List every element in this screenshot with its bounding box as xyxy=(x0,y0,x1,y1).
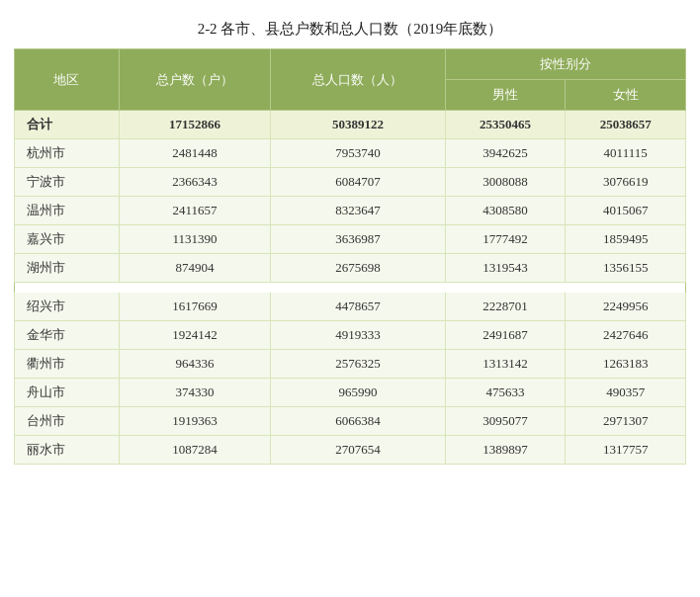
cell-region: 嘉兴市 xyxy=(15,225,120,254)
table-row: 丽水市 1087284 2707654 1389897 1317757 xyxy=(15,435,686,464)
cell-population: 6066384 xyxy=(271,406,445,435)
cell-household: 2366343 xyxy=(119,168,270,197)
cell-female: 2427646 xyxy=(566,320,686,349)
cell-female: 4015067 xyxy=(566,197,686,225)
cell-population: 2675698 xyxy=(271,254,445,283)
table-row: 湖州市 874904 2675698 1319543 1356155 xyxy=(15,254,686,283)
cell-female: 1263183 xyxy=(566,349,686,378)
cell-population: 4919333 xyxy=(271,320,445,349)
cell-male: 1319543 xyxy=(445,254,566,283)
cell-region: 衢州市 xyxy=(15,349,120,378)
table-row: 绍兴市 1617669 4478657 2228701 2249956 xyxy=(15,293,686,321)
cell-male: 1777492 xyxy=(445,225,566,254)
table-row: 台州市 1919363 6066384 3095077 2971307 xyxy=(15,406,686,435)
subtotal-household: 17152866 xyxy=(119,111,270,139)
cell-female: 490357 xyxy=(566,378,686,406)
cell-region: 杭州市 xyxy=(15,139,120,168)
subtotal-female: 25038657 xyxy=(566,111,686,139)
cell-household: 1919363 xyxy=(119,406,270,435)
cell-region: 湖州市 xyxy=(15,254,120,283)
cell-female: 1317757 xyxy=(566,435,686,464)
cell-household: 874904 xyxy=(119,254,270,283)
subtotal-population: 50389122 xyxy=(271,111,445,139)
cell-region: 宁波市 xyxy=(15,168,120,197)
cell-male: 3008088 xyxy=(445,168,566,197)
cell-female: 2249956 xyxy=(566,293,686,321)
group-spacer xyxy=(15,283,686,293)
table-row: 金华市 1924142 4919333 2491687 2427646 xyxy=(15,320,686,349)
cell-male: 2228701 xyxy=(445,293,566,321)
cell-population: 8323647 xyxy=(271,197,445,225)
subtotal-male: 25350465 xyxy=(445,111,566,139)
cell-population: 7953740 xyxy=(271,139,445,168)
cell-female: 3076619 xyxy=(566,168,686,197)
cell-household: 1617669 xyxy=(119,293,270,321)
cell-region: 绍兴市 xyxy=(15,293,120,321)
table-row: 嘉兴市 1131390 3636987 1777492 1859495 xyxy=(15,225,686,254)
cell-female: 2971307 xyxy=(566,406,686,435)
cell-household: 1087284 xyxy=(119,435,270,464)
cell-household: 2411657 xyxy=(119,197,270,225)
col-header-region: 地区 xyxy=(15,49,120,111)
cell-female: 1356155 xyxy=(566,254,686,283)
table-row: 衢州市 964336 2576325 1313142 1263183 xyxy=(15,349,686,378)
cell-male: 2491687 xyxy=(445,320,566,349)
cell-region: 丽水市 xyxy=(15,435,120,464)
col-header-household: 总户数（户） xyxy=(119,49,270,111)
table-row: 杭州市 2481448 7953740 3942625 4011115 xyxy=(15,139,686,168)
cell-population: 3636987 xyxy=(271,225,445,254)
cell-household: 2481448 xyxy=(119,139,270,168)
cell-region: 金华市 xyxy=(15,320,120,349)
col-header-gender: 按性别分 xyxy=(445,49,685,80)
cell-male: 475633 xyxy=(445,378,566,406)
cell-male: 1313142 xyxy=(445,349,566,378)
cell-female: 4011115 xyxy=(566,139,686,168)
cell-region: 台州市 xyxy=(15,406,120,435)
subtotal-row: 合计 17152866 50389122 25350465 25038657 xyxy=(15,111,686,139)
cell-population: 2576325 xyxy=(271,349,445,378)
table-row: 宁波市 2366343 6084707 3008088 3076619 xyxy=(15,168,686,197)
main-container: 2-2 各市、县总户数和总人口数（2019年底数） 地区 总户数（户） 总人口数… xyxy=(14,20,686,465)
cell-region: 舟山市 xyxy=(15,378,120,406)
cell-population: 2707654 xyxy=(271,435,445,464)
table-title: 2-2 各市、县总户数和总人口数（2019年底数） xyxy=(14,20,686,39)
table-row: 温州市 2411657 8323647 4308580 4015067 xyxy=(15,197,686,225)
cell-household: 1924142 xyxy=(119,320,270,349)
cell-female: 1859495 xyxy=(566,225,686,254)
col-header-male: 男性 xyxy=(445,80,566,111)
data-table: 地区 总户数（户） 总人口数（人） 按性别分 男性 女性 合计 17152866… xyxy=(14,48,686,465)
cell-male: 1389897 xyxy=(445,435,566,464)
col-header-population: 总人口数（人） xyxy=(271,49,445,111)
cell-household: 374330 xyxy=(119,378,270,406)
cell-population: 4478657 xyxy=(271,293,445,321)
cell-male: 3942625 xyxy=(445,139,566,168)
table-row: 舟山市 374330 965990 475633 490357 xyxy=(15,378,686,406)
cell-male: 3095077 xyxy=(445,406,566,435)
cell-male: 4308580 xyxy=(445,197,566,225)
cell-household: 1131390 xyxy=(119,225,270,254)
cell-region: 温州市 xyxy=(15,197,120,225)
cell-household: 964336 xyxy=(119,349,270,378)
col-header-female: 女性 xyxy=(566,80,686,111)
subtotal-region: 合计 xyxy=(15,111,120,139)
cell-population: 965990 xyxy=(271,378,445,406)
cell-population: 6084707 xyxy=(271,168,445,197)
